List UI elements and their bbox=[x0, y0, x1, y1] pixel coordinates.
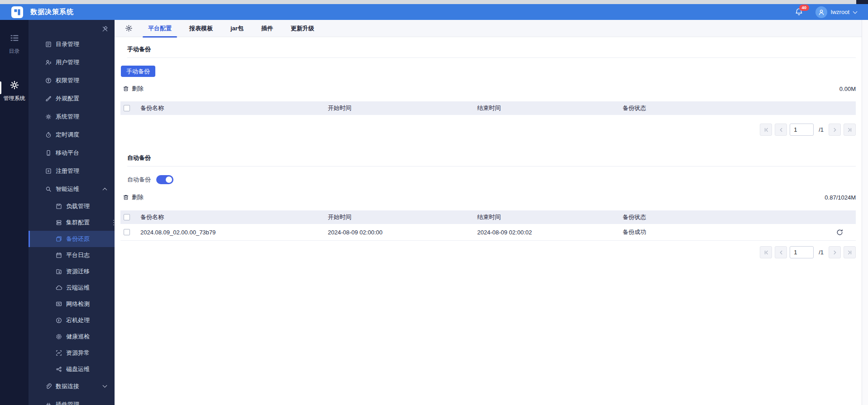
row-checkbox[interactable] bbox=[124, 229, 130, 235]
plugin-icon bbox=[45, 401, 52, 405]
sidebar-item-mobile-platform[interactable]: 移动平台 bbox=[29, 144, 115, 162]
sidebar-item-permission-management[interactable]: 权限管理 bbox=[29, 71, 115, 90]
unpin-icon[interactable] bbox=[101, 25, 109, 33]
tab-platform-config[interactable]: 平台配置 bbox=[145, 20, 174, 37]
sidebar-item-scheduled-tasks[interactable]: 定时调度 bbox=[29, 126, 115, 144]
prev-page-button[interactable] bbox=[775, 124, 787, 136]
migrate-icon bbox=[56, 268, 62, 275]
page-number-input[interactable] bbox=[790, 124, 814, 136]
sidebar-item-label: 移动平台 bbox=[56, 149, 79, 157]
column-header: 备份名称 bbox=[140, 213, 328, 221]
page-title: 数据决策系统 bbox=[30, 8, 74, 16]
sidebar: 目录管理 用户管理 权限管理 外观配置 系统管理 定时调度 bbox=[29, 20, 115, 405]
column-header: 结束时间 bbox=[477, 104, 623, 112]
sidebar-item-system-management[interactable]: 系统管理 bbox=[29, 108, 115, 126]
sidebar-item-health-inspection[interactable]: 健康巡检 bbox=[29, 329, 115, 345]
table-row: 2024.08.09_02.00.00_73b79 2024-08-09 02:… bbox=[120, 224, 856, 241]
select-all-checkbox[interactable] bbox=[124, 105, 130, 111]
manual-backup-actions: 删除 0.00M bbox=[123, 85, 856, 93]
select-all-checkbox[interactable] bbox=[124, 214, 130, 220]
catalog-icon bbox=[45, 41, 52, 48]
delete-label: 删除 bbox=[132, 193, 144, 201]
sidebar-item-user-management[interactable]: 用户管理 bbox=[29, 53, 115, 71]
sidebar-item-resource-anomaly[interactable]: 资源异常 bbox=[29, 345, 115, 361]
ops-icon bbox=[45, 186, 52, 192]
auto-backup-pagination: /1 bbox=[127, 246, 856, 258]
first-page-button[interactable] bbox=[760, 246, 772, 258]
main-panel: 平台配置 报表模板 jar包 插件 更新升级 手动备份 手动备份 删除 0.00… bbox=[115, 20, 862, 405]
fanruan-logo bbox=[11, 6, 23, 18]
auto-backup-toggle[interactable] bbox=[156, 175, 173, 184]
sidebar-item-resource-migration[interactable]: 资源迁移 bbox=[29, 263, 115, 280]
sidebar-item-label: 资源迁移 bbox=[66, 267, 90, 276]
register-icon bbox=[45, 168, 52, 174]
network-icon bbox=[56, 301, 62, 307]
page-number-input[interactable] bbox=[790, 246, 814, 258]
next-page-icon bbox=[832, 127, 838, 133]
sidebar-item-cloud-ops[interactable]: 云端运维 bbox=[29, 280, 115, 296]
end-time-cell: 2024-08-09 02:00:02 bbox=[477, 229, 623, 236]
sidebar-item-platform-logs[interactable]: 平台日志 bbox=[29, 247, 115, 263]
last-page-icon bbox=[847, 127, 853, 133]
sidebar-resize-handle[interactable] bbox=[112, 220, 115, 225]
next-page-button[interactable] bbox=[829, 124, 841, 136]
vertical-scrollbar[interactable] bbox=[862, 20, 868, 405]
sidebar-item-cluster-config[interactable]: 集群配置 bbox=[29, 214, 115, 231]
cloud-icon bbox=[56, 285, 62, 291]
table-header-row: 备份名称 开始时间 结束时间 备份状态 bbox=[120, 101, 856, 115]
notifications-button[interactable]: 40 bbox=[795, 8, 804, 17]
sidebar-item-catalog-management[interactable]: 目录管理 bbox=[29, 35, 115, 53]
prev-page-button[interactable] bbox=[775, 246, 787, 258]
sidebar-item-label: 目录管理 bbox=[56, 40, 79, 48]
first-page-button[interactable] bbox=[760, 124, 772, 136]
user-icon bbox=[45, 59, 52, 66]
load-icon bbox=[56, 203, 62, 210]
tab-plugins[interactable]: 插件 bbox=[259, 20, 276, 37]
avatar[interactable] bbox=[815, 6, 827, 18]
sidebar-item-registration-management[interactable]: 注册管理 bbox=[29, 162, 115, 180]
sidebar-item-appearance-config[interactable]: 外观配置 bbox=[29, 90, 115, 108]
tab-bar: 平台配置 报表模板 jar包 插件 更新升级 bbox=[115, 20, 862, 37]
rail-item-management[interactable]: 管理系统 bbox=[0, 81, 29, 102]
sidebar-item-disk-ops[interactable]: 磁盘运维 bbox=[29, 361, 115, 377]
chevron-down-icon[interactable] bbox=[853, 9, 858, 14]
user-avatar-icon bbox=[818, 9, 825, 16]
last-page-button[interactable] bbox=[844, 124, 856, 136]
delete-button[interactable]: 删除 bbox=[123, 85, 144, 93]
next-page-button[interactable] bbox=[829, 246, 841, 258]
sidebar-item-label: 备份还原 bbox=[66, 235, 90, 243]
sidebar-item-label: 外观配置 bbox=[56, 95, 79, 103]
column-header: 备份名称 bbox=[140, 104, 328, 112]
notification-badge: 40 bbox=[799, 5, 809, 11]
manual-backup-button[interactable]: 手动备份 bbox=[121, 66, 155, 77]
sidebar-item-backup-restore[interactable]: 备份还原 bbox=[29, 231, 115, 247]
sidebar-item-label: 资源异常 bbox=[66, 349, 90, 357]
sidebar-item-intelligent-ops[interactable]: 智能运维 bbox=[29, 180, 115, 198]
schedule-icon bbox=[45, 132, 52, 138]
last-page-button[interactable] bbox=[844, 246, 856, 258]
page-total: /1 bbox=[819, 126, 824, 133]
rail-item-label: 目录 bbox=[9, 48, 20, 55]
backup-name-cell: 2024.08.09_02.00.00_73b79 bbox=[140, 229, 328, 236]
delete-button[interactable]: 删除 bbox=[123, 193, 144, 201]
log-icon bbox=[56, 252, 62, 258]
sidebar-item-label: 宕机处理 bbox=[66, 316, 90, 324]
username[interactable]: lwzroot bbox=[831, 9, 849, 15]
sidebar-item-plugin-management[interactable]: 插件管理 bbox=[29, 395, 115, 405]
sidebar-item-data-connection[interactable]: 数据连接 bbox=[29, 377, 115, 395]
settings-gear-icon[interactable] bbox=[125, 24, 133, 32]
sidebar-item-downtime-handling[interactable]: 宕机处理 bbox=[29, 312, 115, 329]
tab-report-templates[interactable]: 报表模板 bbox=[187, 20, 216, 37]
sidebar-item-label: 系统管理 bbox=[56, 113, 79, 121]
sidebar-item-label: 注册管理 bbox=[56, 167, 79, 175]
rail-item-directory[interactable]: 目录 bbox=[0, 33, 29, 55]
column-header: 开始时间 bbox=[328, 213, 477, 221]
tab-jar-package[interactable]: jar包 bbox=[228, 20, 246, 37]
sidebar-item-label: 磁盘运维 bbox=[66, 365, 90, 373]
auto-backup-toggle-row: 自动备份 bbox=[127, 175, 856, 184]
tab-update-upgrade[interactable]: 更新升级 bbox=[288, 20, 317, 37]
refresh-button[interactable] bbox=[836, 229, 844, 236]
sidebar-item-load-management[interactable]: 负载管理 bbox=[29, 198, 115, 214]
sidebar-item-network-detection[interactable]: 网络检测 bbox=[29, 296, 115, 312]
backup-status-cell: 备份成功 bbox=[623, 228, 646, 236]
